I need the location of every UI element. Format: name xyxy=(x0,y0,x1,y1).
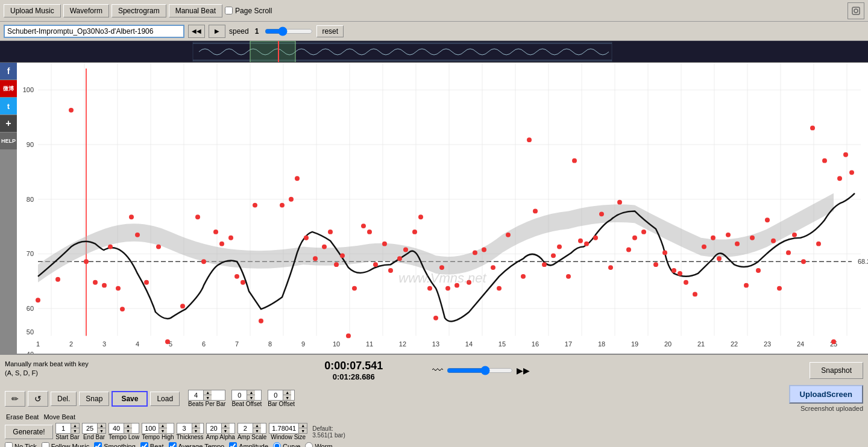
bar-offset-up[interactable]: ▲ xyxy=(283,390,291,395)
svg-point-82 xyxy=(120,307,125,311)
tempo-high-spinner[interactable]: 100 ▲ ▼ xyxy=(142,423,174,434)
amp-alpha-up[interactable]: ▲ xyxy=(221,424,230,428)
beat-offset-down[interactable]: ▼ xyxy=(247,395,255,400)
window-size-up[interactable]: ▲ xyxy=(298,424,307,428)
waveform-button[interactable]: Waveform xyxy=(63,4,109,17)
svg-point-130 xyxy=(527,137,532,142)
follow-music-checkbox[interactable] xyxy=(42,442,49,447)
tempo-low-up[interactable]: ▲ xyxy=(124,424,132,428)
chart-svg: 100 90 80 70 60 50 40 1 2 3 4 5 6 7 8 9 … xyxy=(17,63,868,354)
end-bar-spinner[interactable]: 25 ▲ ▼ xyxy=(82,423,106,434)
waveform-overview[interactable] xyxy=(0,41,868,63)
svg-point-80 xyxy=(108,245,113,249)
volume-slider[interactable] xyxy=(447,366,513,375)
upload-music-button[interactable]: Upload Music xyxy=(4,4,61,17)
beats-per-bar-up[interactable]: ▲ xyxy=(203,390,212,395)
beat-label[interactable]: Beat xyxy=(140,442,164,447)
weibo-button[interactable]: 微博 xyxy=(0,80,17,97)
curve-radio[interactable] xyxy=(273,442,281,447)
del-button[interactable]: Del. xyxy=(51,392,77,406)
thickness-down[interactable]: ▼ xyxy=(192,428,200,433)
reset-button[interactable]: reset xyxy=(316,25,344,37)
end-bar-down[interactable]: ▼ xyxy=(97,428,105,433)
average-tempo-label[interactable]: Average Tempo xyxy=(169,442,225,447)
svg-point-120 xyxy=(439,265,444,270)
twitter-button[interactable]: t xyxy=(0,98,17,114)
beats-per-bar-spinner[interactable]: 4 ▲ ▼ xyxy=(188,390,225,401)
add-button[interactable]: + xyxy=(0,115,17,132)
upload-screen-button[interactable]: UploadScreen xyxy=(789,385,863,404)
beats-per-bar-down[interactable]: ▼ xyxy=(203,395,212,400)
speed-slider[interactable] xyxy=(265,27,313,36)
amplitude-checkbox[interactable] xyxy=(229,442,237,447)
start-bar-down[interactable]: ▼ xyxy=(71,428,79,433)
tempo-high-down[interactable]: ▼ xyxy=(159,428,167,433)
beats-per-bar-val: 4 xyxy=(189,390,203,400)
svg-text:19: 19 xyxy=(631,340,638,348)
window-size-spinner[interactable]: 1.78041 ▲ ▼ xyxy=(269,423,307,434)
page-scroll-checkbox[interactable] xyxy=(225,7,233,14)
smoothing-label[interactable]: Smoothing xyxy=(94,442,136,447)
snapshot-button[interactable]: Snapshot xyxy=(810,362,863,379)
svg-text:7: 7 xyxy=(235,340,239,348)
svg-point-172 xyxy=(849,170,854,175)
manual-beat-button[interactable]: Manual Beat xyxy=(169,4,222,17)
svg-point-149 xyxy=(678,271,682,276)
beats-per-bar-arrows: ▲ ▼ xyxy=(203,390,212,400)
beat-offset-group: 0 ▲ ▼ Beat Offset xyxy=(231,390,262,407)
filename-input[interactable] xyxy=(4,25,184,38)
erase-beat-button[interactable]: ✏ xyxy=(5,391,25,407)
beat-offset-up[interactable]: ▲ xyxy=(247,390,255,395)
svg-text:8: 8 xyxy=(268,340,272,348)
amp-scale-spinner[interactable]: 2 ▲ ▼ xyxy=(237,423,266,434)
rewind-button[interactable]: ◀◀ xyxy=(188,25,205,38)
spectrogram-button[interactable]: Spectrogram xyxy=(112,4,166,17)
no-tick-label[interactable]: No Tick xyxy=(5,442,37,447)
worm-label[interactable]: Worm xyxy=(305,442,332,447)
tempo-low-spinner[interactable]: 40 ▲ ▼ xyxy=(108,423,139,434)
no-tick-text: No Tick xyxy=(14,443,37,448)
help-button[interactable]: HELP xyxy=(0,133,17,149)
thickness-up[interactable]: ▲ xyxy=(192,424,200,428)
svg-point-153 xyxy=(711,236,715,240)
svg-point-117 xyxy=(418,214,423,219)
svg-text:23: 23 xyxy=(764,340,771,348)
volume-control: 〰 ▶▶ xyxy=(432,364,530,377)
no-tick-checkbox[interactable] xyxy=(5,442,13,447)
beat-checkbox[interactable] xyxy=(140,442,148,447)
average-tempo-checkbox[interactable] xyxy=(169,442,177,447)
play-button[interactable]: ▶ xyxy=(209,25,225,38)
snap-button[interactable]: Snap xyxy=(79,392,109,406)
end-bar-up[interactable]: ▲ xyxy=(97,424,105,428)
thickness-spinner[interactable]: 3 ▲ ▼ xyxy=(177,423,204,434)
save-button[interactable]: Save xyxy=(112,391,148,407)
svg-text:17: 17 xyxy=(565,340,572,348)
move-beat-button[interactable]: ↺ xyxy=(28,391,48,407)
tempo-low-down[interactable]: ▼ xyxy=(124,428,132,433)
amp-alpha-spinner[interactable]: 20 ▲ ▼ xyxy=(206,423,235,434)
facebook-button[interactable]: f xyxy=(0,63,17,80)
amp-scale-down[interactable]: ▼ xyxy=(253,428,261,433)
tempo-low-label: Tempo Low xyxy=(108,434,139,440)
follow-music-label[interactable]: Follow Music xyxy=(42,442,90,447)
curve-label[interactable]: Curve xyxy=(273,442,300,447)
amp-scale-up[interactable]: ▲ xyxy=(253,424,261,428)
bar-offset-spinner[interactable]: 0 ▲ ▼ xyxy=(268,390,295,401)
load-button[interactable]: Load xyxy=(150,392,180,406)
start-bar-up[interactable]: ▲ xyxy=(71,424,79,428)
bar-offset-down[interactable]: ▼ xyxy=(283,395,291,400)
weibo-icon: 微博 xyxy=(3,85,14,93)
smoothing-checkbox[interactable] xyxy=(94,442,102,447)
amp-alpha-down[interactable]: ▼ xyxy=(221,428,230,433)
worm-radio[interactable] xyxy=(305,442,313,447)
beat-offset-spinner[interactable]: 0 ▲ ▼ xyxy=(231,390,262,401)
start-bar-spinner[interactable]: 1 ▲ ▼ xyxy=(55,423,80,434)
tempo-high-up[interactable]: ▲ xyxy=(159,424,167,428)
chart-container[interactable]: 100 90 80 70 60 50 40 1 2 3 4 5 6 7 8 9 … xyxy=(17,63,868,354)
settings-icon[interactable] xyxy=(848,2,864,19)
svg-rect-2 xyxy=(0,41,868,62)
generate-button[interactable]: Generate! xyxy=(5,425,53,439)
amplitude-label[interactable]: Amplitude xyxy=(229,442,268,447)
tempo-high-label: Tempo High xyxy=(142,434,174,440)
window-size-down[interactable]: ▼ xyxy=(298,428,307,433)
